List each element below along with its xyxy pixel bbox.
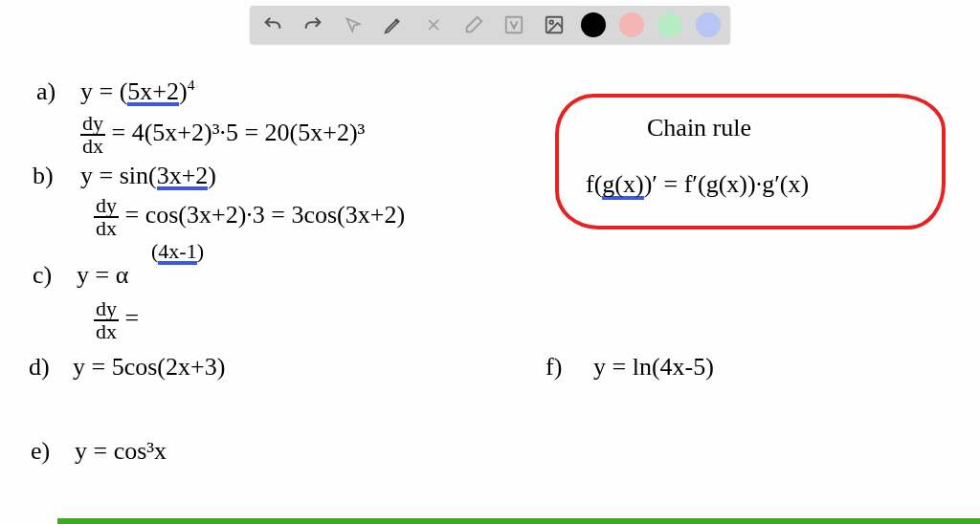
image-icon[interactable] xyxy=(541,11,568,38)
chain-rule-formula: f(g(x))′ = f′(g(x))·g′(x) xyxy=(586,169,926,199)
problem-b-eq: y = sin(3x+2) xyxy=(80,161,216,190)
problem-d-label: d) xyxy=(29,352,50,382)
chain-rule-title: Chain rule xyxy=(647,113,980,142)
color-green[interactable] xyxy=(657,12,682,37)
problem-a-eq: y = (5x+2)4 xyxy=(80,76,194,106)
color-black[interactable] xyxy=(581,12,606,37)
problem-f-label: f) xyxy=(546,352,562,382)
pen-icon[interactable] xyxy=(380,11,407,38)
problem-b-label: b) xyxy=(33,161,54,190)
text-icon[interactable] xyxy=(501,11,527,38)
problem-c-label: c) xyxy=(33,260,52,290)
svg-point-2 xyxy=(549,20,553,24)
progress-bar xyxy=(57,518,980,524)
tools-icon[interactable] xyxy=(420,11,447,38)
undo-icon[interactable] xyxy=(259,11,286,38)
color-blue[interactable] xyxy=(696,12,721,37)
problem-a-deriv: dydx = 4(5x+2)³·5 = 20(5x+2)³ xyxy=(80,113,365,157)
problem-c-exp: (4x-1) xyxy=(151,239,204,265)
problem-d-eq: y = 5cos(2x+3) xyxy=(73,352,225,382)
eraser-icon[interactable] xyxy=(460,11,487,38)
whiteboard-canvas[interactable]: a) y = (5x+2)4 dydx = 4(5x+2)³·5 = 20(5x… xyxy=(0,54,980,524)
problem-b-deriv: dydx = cos(3x+2)·3 = 3cos(3x+2) xyxy=(94,195,405,239)
pointer-icon[interactable] xyxy=(340,11,367,38)
problem-c-eq: y = α xyxy=(77,260,128,290)
problem-c-deriv: dydx = xyxy=(94,298,139,342)
chain-rule-box: Chain rule f(g(x))′ = f′(g(x))·g′(x) xyxy=(555,94,946,229)
problem-e-label: e) xyxy=(31,436,50,466)
problem-a-label: a) xyxy=(36,76,56,106)
problem-e-eq: y = cos³x xyxy=(75,436,167,466)
color-pink[interactable] xyxy=(619,12,644,37)
problem-f-eq: y = ln(4x-5) xyxy=(593,352,714,382)
toolbar xyxy=(250,6,730,44)
redo-icon[interactable] xyxy=(300,11,326,38)
